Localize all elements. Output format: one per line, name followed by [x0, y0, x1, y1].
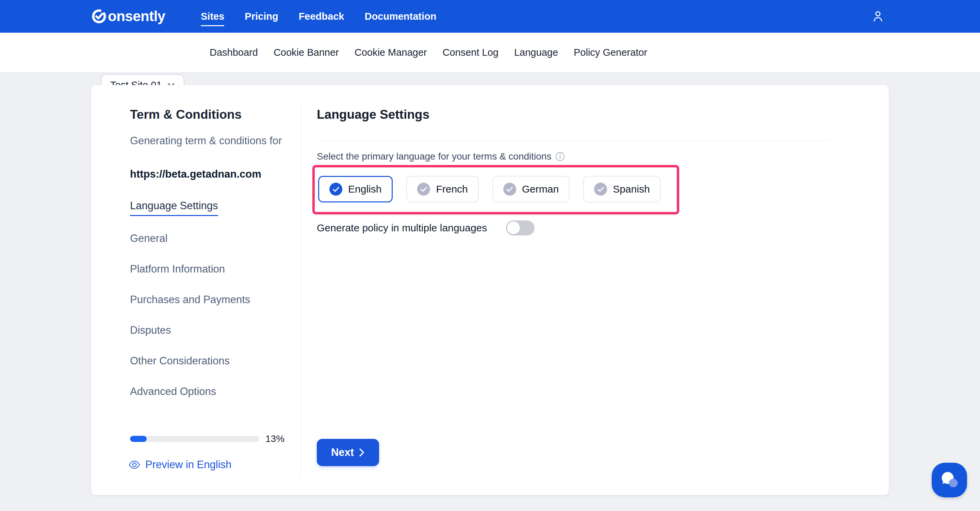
logo[interactable]: onsently [91, 0, 165, 33]
sidebar-title: Term & Conditions [130, 108, 242, 122]
multi-language-row: Generate policy in multiple languages [317, 220, 535, 236]
chat-icon [939, 471, 959, 490]
sidebar-divider [301, 105, 301, 476]
sidebar-item-advanced-options[interactable]: Advanced Options [130, 376, 250, 407]
language-options: English French German Spanish [318, 176, 661, 202]
site-url: https://beta.getadnan.com [130, 168, 261, 180]
sidebar-item-label: Language Settings [130, 200, 218, 216]
sidebar-item-language-settings[interactable]: Language Settings [130, 193, 250, 223]
progress-bar-fill [130, 436, 147, 442]
info-icon[interactable] [555, 152, 565, 161]
language-option-german[interactable]: German [492, 176, 570, 202]
tab-language[interactable]: Language [514, 47, 558, 58]
check-icon [594, 183, 607, 196]
sidebar-item-general[interactable]: General [130, 223, 250, 254]
next-button[interactable]: Next [317, 439, 379, 466]
check-icon [417, 183, 430, 196]
sidebar-item-label: General [130, 232, 167, 245]
language-option-label: Spanish [613, 183, 649, 195]
account-button[interactable] [870, 8, 886, 24]
progress-row: 13% [130, 433, 285, 444]
sections-menu: Language Settings General Platform Infor… [130, 193, 250, 407]
top-nav-sites[interactable]: Sites [201, 11, 224, 22]
sidebar-item-label: Platform Information [130, 263, 225, 275]
sidebar-subtitle: Generating term & conditions for [130, 132, 293, 150]
tab-dashboard[interactable]: Dashboard [210, 47, 258, 58]
chat-widget-button[interactable] [932, 463, 967, 497]
check-icon [329, 183, 342, 196]
sidebar-item-other-considerations[interactable]: Other Considerations [130, 345, 250, 376]
sidebar-item-label: Disputes [130, 324, 171, 336]
eye-icon [129, 460, 140, 469]
site-tabs: Dashboard Cookie Banner Cookie Manager C… [210, 33, 647, 72]
page-title: Language Settings [317, 108, 430, 122]
primary-language-label-row: Select the primary language for your ter… [317, 151, 565, 162]
language-option-label: French [436, 183, 468, 195]
next-button-label: Next [331, 446, 354, 458]
sidebar-item-purchases-and-payments[interactable]: Purchases and Payments [130, 285, 250, 315]
progress-percent: 13% [266, 433, 285, 444]
progress-bar [130, 436, 259, 442]
primary-language-label: Select the primary language for your ter… [317, 151, 551, 162]
logo-text: onsently [108, 8, 165, 24]
tab-consent-log[interactable]: Consent Log [443, 47, 498, 58]
language-option-english[interactable]: English [318, 176, 393, 202]
multi-language-label: Generate policy in multiple languages [317, 222, 487, 234]
tab-cookie-banner[interactable]: Cookie Banner [274, 47, 339, 58]
language-option-french[interactable]: French [406, 176, 479, 202]
tab-policy-generator[interactable]: Policy Generator [574, 47, 647, 58]
chevron-right-icon [359, 448, 365, 457]
check-icon [503, 183, 516, 196]
tab-cookie-manager[interactable]: Cookie Manager [355, 47, 427, 58]
top-nav-feedback[interactable]: Feedback [299, 11, 344, 22]
sidebar-item-label: Other Considerations [130, 355, 230, 367]
content-divider [317, 140, 830, 141]
main-card: Term & Conditions Generating term & cond… [91, 85, 889, 495]
user-icon [872, 10, 884, 23]
language-option-label: English [348, 183, 382, 195]
language-option-label: German [522, 183, 559, 195]
toggle-knob [507, 221, 520, 234]
preview-link-label: Preview in English [145, 458, 231, 471]
top-nav-documentation[interactable]: Documentation [364, 11, 436, 22]
site-toolbar: Test Site 01 Dashboard Cookie Banner Coo… [0, 33, 980, 72]
top-navigation: Sites Pricing Feedback Documentation [201, 0, 437, 33]
multi-language-toggle[interactable] [506, 220, 535, 236]
topbar: onsently Sites Pricing Feedback Document… [0, 0, 980, 33]
sidebar-item-disputes[interactable]: Disputes [130, 315, 250, 345]
page: onsently Sites Pricing Feedback Document… [0, 0, 980, 511]
sidebar-item-platform-information[interactable]: Platform Information [130, 254, 250, 285]
top-nav-pricing[interactable]: Pricing [245, 11, 278, 22]
logo-check-icon [91, 8, 107, 24]
sidebar-item-label: Advanced Options [130, 385, 216, 398]
sidebar-item-label: Purchases and Payments [130, 294, 250, 306]
preview-link[interactable]: Preview in English [129, 458, 231, 471]
language-option-spanish[interactable]: Spanish [583, 176, 660, 202]
